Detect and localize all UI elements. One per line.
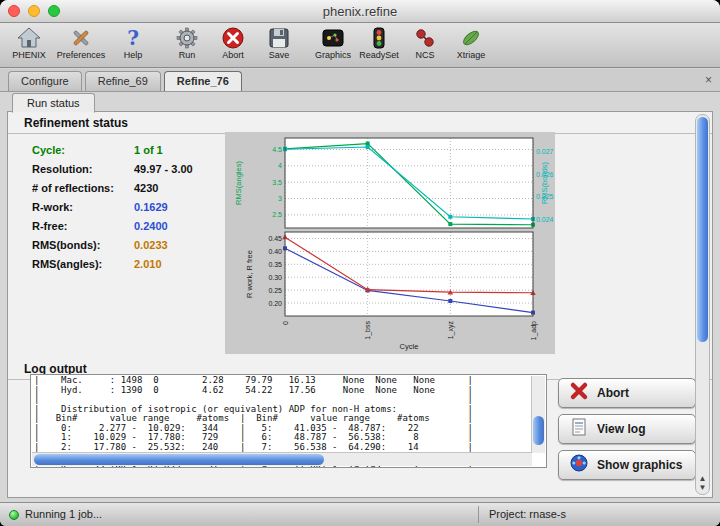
status-bar-divider <box>478 506 479 523</box>
window-title: phenix.refine <box>0 4 720 19</box>
svg-text:3: 3 <box>278 195 282 202</box>
toolbar-label: Run <box>179 50 196 60</box>
stat-label: Cycle: <box>32 144 134 156</box>
phenix-home-icon <box>17 25 41 50</box>
view-log-button[interactable]: View log <box>558 414 696 444</box>
toolbar-button-preferences[interactable]: Preferences <box>52 25 110 60</box>
toolbar-button-graphics[interactable]: Graphics <box>310 25 356 60</box>
stat-label: RMS(angles): <box>32 258 134 270</box>
svg-text:R work, R free: R work, R free <box>245 250 254 298</box>
svg-text:2.5: 2.5 <box>272 211 282 218</box>
svg-text:RMS(angles): RMS(angles) <box>234 161 243 205</box>
stat-value: 2.010 <box>134 258 162 270</box>
preferences-icon <box>69 25 93 50</box>
toolbar-label: Preferences <box>57 50 106 60</box>
tab-configure[interactable]: Configure <box>8 71 82 91</box>
title-bar: phenix.refine <box>0 0 720 23</box>
svg-text:4: 4 <box>278 162 282 169</box>
main-vertical-scrollbar[interactable]: ▲▼ <box>695 114 710 495</box>
show-graphics-button-label: Show graphics <box>597 458 682 472</box>
refinement-stats: Cycle: 1 of 1 Resolution: 49.97 - 3.00 #… <box>32 140 193 273</box>
svg-text:1_adp: 1_adp <box>530 321 538 341</box>
view-log-button-label: View log <box>597 422 645 436</box>
svg-text:0: 0 <box>282 321 289 325</box>
tab-strip: Configure Refine_69 Refine_76 × <box>0 69 720 92</box>
tab-refine-76[interactable]: Refine_76 <box>164 71 242 91</box>
graphics-icon <box>321 25 345 50</box>
status-running-text: Running 1 job... <box>25 508 102 520</box>
stat-label: Resolution: <box>32 163 134 175</box>
tab-refine-69[interactable]: Refine_69 <box>85 71 161 91</box>
help-icon: ? <box>121 25 145 50</box>
svg-text:4.5: 4.5 <box>272 146 282 153</box>
stat-value: 0.1629 <box>134 201 168 213</box>
toolbar-label: PHENIX <box>12 50 46 60</box>
stat-value: 0.0233 <box>134 239 168 251</box>
toolbar-button-abort[interactable]: Abort <box>210 25 256 60</box>
abort-x-icon <box>569 381 589 405</box>
svg-text:0.45: 0.45 <box>268 235 282 242</box>
run-status-panel: Refinement status Cycle: 1 of 1 Resoluti… <box>7 111 713 498</box>
abort-button-label: Abort <box>597 386 629 400</box>
running-status-led-icon <box>9 510 19 520</box>
main-scroll-thumb[interactable] <box>697 117 708 342</box>
toolbar-button-phenix[interactable]: PHENIX <box>6 25 52 60</box>
log-horizontal-scrollbar[interactable] <box>32 452 532 466</box>
log-horizontal-scroll-thumb[interactable] <box>34 454 324 465</box>
action-buttons: Abort View log Show graphics <box>558 378 698 486</box>
stat-label: RMS(bonds): <box>32 239 134 251</box>
svg-text:0.20: 0.20 <box>268 300 282 307</box>
tab-run-status[interactable]: Run status <box>12 93 95 113</box>
svg-text:0.027: 0.027 <box>536 148 554 155</box>
scroll-arrows[interactable]: ▲▼ <box>696 474 709 492</box>
app-window: phenix.refine PHENIX Preferences ? Help … <box>0 0 720 526</box>
run-icon <box>175 25 199 50</box>
readyset-icon <box>367 25 391 50</box>
ncs-icon <box>413 25 437 50</box>
refinement-chart-panel: 2.533.544.50.0240.0250.0260.0270.200.250… <box>225 132 555 354</box>
stat-row-resolution: Resolution: 49.97 - 3.00 <box>32 159 193 178</box>
svg-text:0.35: 0.35 <box>268 261 282 268</box>
log-vertical-scrollbar[interactable] <box>531 376 545 453</box>
document-icon <box>569 417 589 441</box>
toolbar-label: Help <box>124 50 143 60</box>
svg-text:0.024: 0.024 <box>536 216 554 223</box>
toolbar-label: NCS <box>415 50 434 60</box>
toolbar-button-readyset[interactable]: ReadySet <box>356 25 402 60</box>
refinement-status-heading: Refinement status <box>8 112 712 134</box>
log-output-box[interactable]: | Mac. : 1498 0 2.28 79.79 16.13 None No… <box>30 374 547 468</box>
svg-text:RMS(bonds): RMS(bonds) <box>540 161 549 204</box>
toolbar-button-ncs[interactable]: NCS <box>402 25 448 60</box>
stat-row-cycle: Cycle: 1 of 1 <box>32 140 193 159</box>
toolbar-button-xtriage[interactable]: Xtriage <box>448 25 494 60</box>
toolbar-label: Xtriage <box>457 50 486 60</box>
show-graphics-button[interactable]: Show graphics <box>558 450 696 480</box>
stat-value: 0.2400 <box>134 220 168 232</box>
stat-row-rms-bonds: RMS(bonds): 0.0233 <box>32 235 193 254</box>
abort-button[interactable]: Abort <box>558 378 696 408</box>
toolbar-button-help[interactable]: ? Help <box>110 25 156 60</box>
svg-text:3.5: 3.5 <box>272 179 282 186</box>
graphics-sphere-icon <box>569 453 589 477</box>
xtriage-icon <box>459 25 483 50</box>
stat-value: 1 of 1 <box>134 144 163 156</box>
stat-value: 4230 <box>134 182 158 194</box>
svg-text:0.25: 0.25 <box>268 287 282 294</box>
svg-text:1_bss: 1_bss <box>364 321 372 340</box>
svg-text:0.40: 0.40 <box>268 248 282 255</box>
log-vertical-scroll-thumb[interactable] <box>533 416 544 445</box>
stat-label: R-free: <box>32 220 134 232</box>
toolbar-button-run[interactable]: Run <box>164 25 210 60</box>
stat-row-reflections: # of reflections: 4230 <box>32 178 193 197</box>
toolbar-label: ReadySet <box>359 50 399 60</box>
svg-text:0.30: 0.30 <box>268 274 282 281</box>
tab-close-icon[interactable]: × <box>705 73 712 87</box>
refinement-chart: 2.533.544.50.0240.0250.0260.0270.200.250… <box>225 132 555 354</box>
status-project-text: Project: rnase-s <box>489 508 566 520</box>
toolbar-button-save[interactable]: Save <box>256 25 302 60</box>
toolbar-label: Graphics <box>315 50 351 60</box>
svg-text:Cycle: Cycle <box>400 342 419 351</box>
toolbar-label: Abort <box>222 50 244 60</box>
stat-value: 49.97 - 3.00 <box>134 163 193 175</box>
status-bar: Running 1 job... Project: rnase-s <box>0 502 720 526</box>
